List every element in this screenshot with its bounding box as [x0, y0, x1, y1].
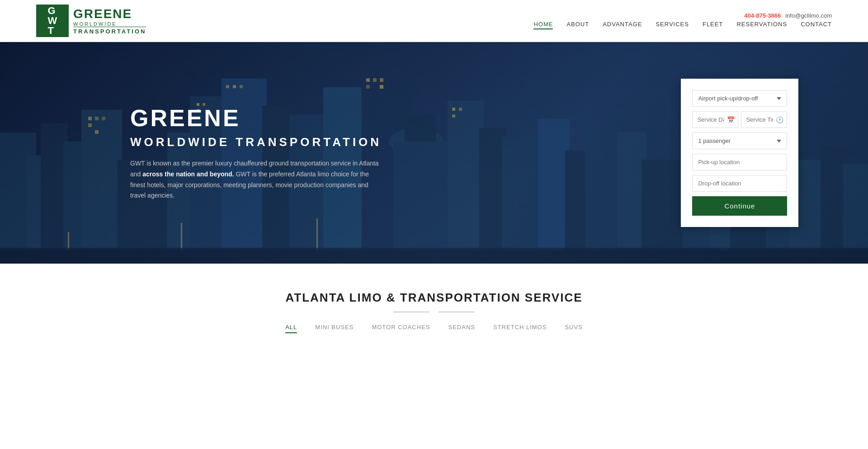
svg-rect-39 [316, 218, 318, 250]
svg-rect-21 [448, 101, 484, 264]
fleet-tab-all[interactable]: ALL [285, 324, 297, 333]
hero-content: GREENE WORLDWIDE TRANSPORTATION GWT is k… [130, 104, 383, 201]
divider-right [439, 312, 475, 312]
time-field: 🕐 [741, 111, 787, 128]
date-time-row: 📅 🕐 [692, 111, 787, 128]
main-nav: HOMEABOUTADVANTAGESERVICESFLEETRESERVATI… [533, 21, 832, 29]
header-right: 404-875-3866 info@gcllimo.com HOMEABOUTA… [533, 12, 832, 29]
svg-rect-53 [452, 114, 455, 118]
divider-area [9, 312, 859, 312]
email-address[interactable]: info@gcllimo.com [785, 12, 832, 19]
svg-rect-47 [380, 85, 383, 89]
logo-transportation: TRANSPORTATION [73, 27, 146, 35]
fleet-tab-motor-coaches[interactable]: MOTOR COACHES [372, 324, 430, 333]
service-section: ATLANTA LIMO & TRANSPORTATION SERVICE AL… [0, 264, 868, 347]
hero-title: GREENE [130, 104, 383, 132]
logo[interactable]: GWT GREENE WORLDWIDE TRANSPORTATION [36, 5, 146, 37]
svg-rect-46 [366, 85, 370, 89]
nav-item-about[interactable]: ABOUT [566, 21, 589, 29]
svg-rect-48 [226, 85, 229, 88]
fleet-tab-mini-buses[interactable]: MINI BUSES [315, 324, 354, 333]
contact-info: 404-875-3866 info@gcllimo.com [744, 12, 832, 19]
svg-rect-50 [240, 85, 243, 88]
nav-item-services[interactable]: SERVICES [656, 21, 689, 29]
passengers-select[interactable]: 1 passenger 2 passengers 3 passengers 4 … [692, 132, 787, 149]
svg-rect-43 [366, 78, 370, 82]
nav-item-reservations[interactable]: RESERVATIONS [736, 21, 787, 29]
hero-subtitle: WORLDWIDE TRANSPORTATION [130, 135, 383, 149]
date-field: 📅 [692, 111, 738, 128]
svg-rect-54 [0, 248, 868, 264]
fleet-tab-stretch-limos[interactable]: STRETCH LIMOS [493, 324, 547, 333]
svg-rect-19 [393, 142, 448, 264]
phone-number[interactable]: 404-875-3866 [744, 12, 781, 19]
nav-item-home[interactable]: HOME [533, 21, 553, 29]
svg-rect-52 [459, 108, 462, 111]
logo-letters: GWT [48, 6, 57, 36]
fleet-tab-sedans[interactable]: SEDANS [448, 324, 475, 333]
fleet-tab-suvs[interactable]: SUVS [565, 324, 582, 333]
fleet-tabs: ALLMINI BUSESMOTOR COACHESSEDANSSTRETCH … [9, 324, 859, 333]
svg-rect-38 [181, 223, 182, 250]
clock-icon: 🕐 [776, 116, 783, 123]
pickup-input[interactable] [692, 154, 787, 170]
svg-rect-20 [405, 114, 436, 142]
logo-worldwide: WORLDWIDE [73, 21, 146, 27]
hero-section: GREENE WORLDWIDE TRANSPORTATION GWT is k… [0, 42, 868, 264]
hero-description: GWT is known as the premier luxury chauf… [130, 158, 383, 201]
svg-rect-8 [102, 117, 105, 120]
svg-rect-45 [380, 78, 383, 82]
logo-brand-name: GREENE [73, 7, 146, 21]
svg-rect-49 [233, 85, 236, 88]
dropoff-input[interactable] [692, 175, 787, 192]
svg-rect-5 [88, 117, 92, 120]
nav-item-fleet[interactable]: FLEET [703, 21, 723, 29]
logo-box: GWT [36, 5, 69, 37]
site-header: GWT GREENE WORLDWIDE TRANSPORTATION 404-… [0, 0, 868, 42]
continue-button[interactable]: Continue [692, 196, 787, 216]
service-section-title: ATLANTA LIMO & TRANSPORTATION SERVICE [9, 291, 859, 305]
svg-rect-44 [373, 78, 377, 82]
svg-rect-6 [95, 117, 99, 120]
hero-desc-bold: across the nation and beyond. [142, 170, 234, 178]
svg-rect-37 [68, 232, 69, 250]
svg-rect-24 [538, 119, 570, 264]
service-type-select[interactable]: Airport pick-up/drop-off Point to Point … [692, 90, 787, 107]
nav-item-advantage[interactable]: ADVANTAGE [603, 21, 642, 29]
svg-rect-9 [95, 130, 99, 134]
divider-left [393, 312, 429, 312]
calendar-icon: 📅 [727, 116, 735, 123]
logo-text: GREENE WORLDWIDE TRANSPORTATION [73, 7, 146, 35]
svg-rect-7 [88, 123, 92, 127]
nav-item-contact[interactable]: CONTACT [801, 21, 832, 29]
svg-rect-4 [81, 110, 122, 264]
booking-widget: Airport pick-up/drop-off Point to Point … [681, 79, 798, 227]
svg-rect-26 [585, 123, 622, 264]
svg-rect-51 [452, 108, 455, 111]
svg-rect-23 [502, 137, 542, 264]
